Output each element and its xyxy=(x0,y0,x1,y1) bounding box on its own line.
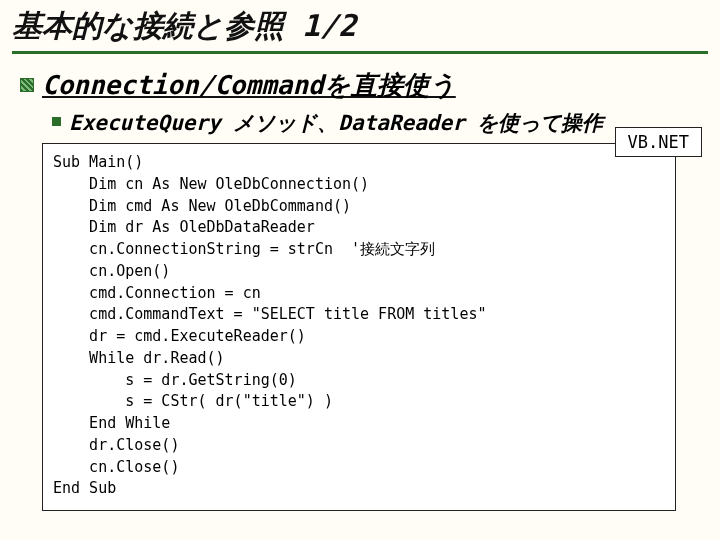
code-block-wrap: VB.NET Sub Main() Dim cn As New OleDbCon… xyxy=(42,143,676,511)
square-bullet-icon xyxy=(20,78,34,92)
bullet-level1: Connection/Commandを直接使う xyxy=(20,68,708,103)
slide: 基本的な接続と参照 1/2 Connection/Commandを直接使う Ex… xyxy=(0,0,720,523)
code-block: Sub Main() Dim cn As New OleDbConnection… xyxy=(42,143,676,511)
bullet-level2: ExecuteQuery メソッド、DataReader を使って操作 xyxy=(52,109,708,137)
bullet-level2-text: ExecuteQuery メソッド、DataReader を使って操作 xyxy=(69,109,603,137)
page-title: 基本的な接続と参照 1/2 xyxy=(12,6,708,54)
small-square-bullet-icon xyxy=(52,117,61,126)
bullet-level1-text: Connection/Commandを直接使う xyxy=(42,68,456,103)
language-tag: VB.NET xyxy=(615,127,702,157)
